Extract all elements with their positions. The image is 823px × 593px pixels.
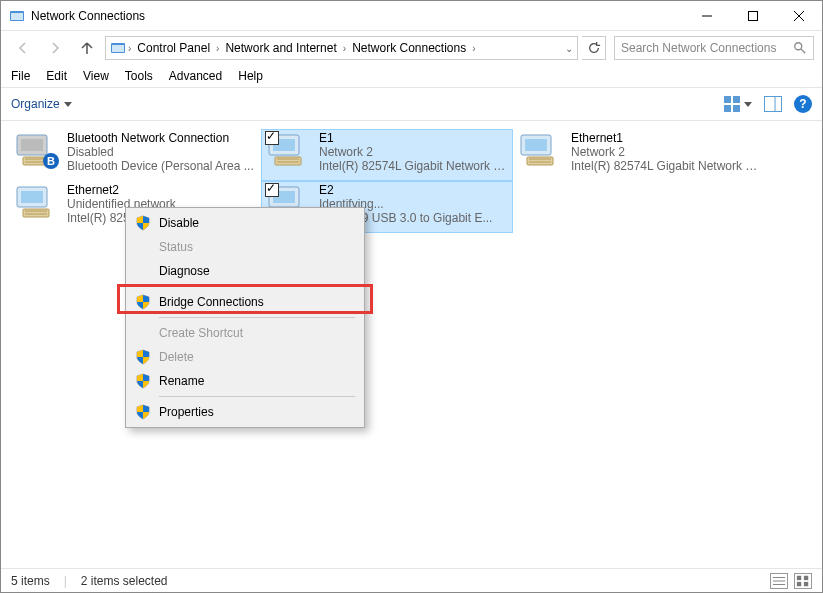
search-placeholder: Search Network Connections [621, 41, 793, 55]
svg-line-9 [801, 49, 805, 53]
shield-icon [135, 294, 151, 310]
address-bar: › Control Panel › Network and Internet ›… [1, 31, 822, 65]
svg-rect-12 [724, 105, 731, 112]
breadcrumb-seg-0[interactable]: Control Panel [133, 41, 214, 55]
shield-icon [135, 215, 151, 231]
status-selected: 2 items selected [81, 574, 168, 588]
status-bar: 5 items | 2 items selected [1, 568, 822, 592]
chevron-right-icon: › [343, 43, 346, 54]
menu-separator [159, 317, 355, 318]
svg-rect-10 [724, 96, 731, 103]
chevron-right-icon: › [128, 43, 131, 54]
svg-rect-34 [21, 191, 43, 203]
status-count: 5 items [11, 574, 50, 588]
checkbox-icon [265, 183, 279, 197]
menu-separator [159, 396, 355, 397]
search-input[interactable]: Search Network Connections [614, 36, 814, 60]
shield-icon [135, 349, 151, 365]
minimize-button[interactable] [684, 1, 730, 31]
up-button[interactable] [73, 34, 101, 62]
connection-status: Disabled [67, 145, 257, 159]
context-menu-item[interactable]: Bridge Connections [129, 290, 361, 314]
context-menu-item[interactable]: Disable [129, 211, 361, 235]
menu-file[interactable]: File [11, 69, 30, 83]
context-menu-item[interactable]: Rename [129, 369, 361, 393]
connection-name: Bluetooth Network Connection [67, 131, 257, 145]
context-menu-item[interactable]: Properties [129, 400, 361, 424]
adapter-icon [13, 183, 61, 223]
close-button[interactable] [776, 1, 822, 31]
help-icon[interactable]: ? [794, 95, 812, 113]
menu-tools[interactable]: Tools [125, 69, 153, 83]
context-menu-item[interactable]: Diagnose [129, 259, 361, 283]
chevron-right-icon: › [216, 43, 219, 54]
menubar: File Edit View Tools Advanced Help [1, 65, 822, 87]
chevron-right-icon: › [472, 43, 475, 54]
svg-rect-7 [112, 45, 124, 52]
checkbox-icon [265, 131, 279, 145]
connection-name: Ethernet1 [571, 131, 761, 145]
connection-name: E1 [319, 131, 509, 145]
organize-label: Organize [11, 97, 60, 111]
context-menu: DisableStatusDiagnose Bridge Connections… [125, 207, 365, 428]
svg-point-8 [795, 43, 802, 50]
svg-rect-49 [804, 581, 808, 585]
connection-status: Network 2 [319, 145, 509, 159]
back-button[interactable] [9, 34, 37, 62]
connection-item[interactable]: B Bluetooth Network Connection Disabled … [9, 129, 261, 181]
connection-device: Intel(R) 82574L Gigabit Network C... [319, 159, 509, 173]
svg-rect-1 [11, 13, 23, 20]
window-icon [9, 8, 25, 24]
connection-name: Ethernet2 [67, 183, 257, 197]
context-menu-label: Diagnose [159, 264, 210, 278]
titlebar: Network Connections [1, 1, 822, 31]
menu-view[interactable]: View [83, 69, 109, 83]
context-menu-label: Disable [159, 216, 199, 230]
window-controls [684, 1, 822, 31]
forward-button[interactable] [41, 34, 69, 62]
svg-rect-11 [733, 96, 740, 103]
breadcrumb-seg-2[interactable]: Network Connections [348, 41, 470, 55]
address-dropdown-icon[interactable]: ⌄ [565, 43, 573, 54]
view-mode-button[interactable] [724, 96, 752, 112]
shield-icon [135, 404, 151, 420]
svg-rect-30 [527, 157, 553, 165]
refresh-button[interactable] [582, 36, 606, 60]
menu-help[interactable]: Help [238, 69, 263, 83]
details-view-button[interactable] [770, 573, 788, 589]
connection-item[interactable]: E1 Network 2 Intel(R) 82574L Gigabit Net… [261, 129, 513, 181]
content-area: B Bluetooth Network Connection Disabled … [1, 121, 822, 573]
svg-rect-46 [797, 575, 801, 579]
context-menu-label: Delete [159, 350, 194, 364]
breadcrumb-seg-1[interactable]: Network and Internet [221, 41, 340, 55]
svg-rect-48 [797, 581, 801, 585]
adapter-icon [265, 131, 313, 171]
preview-pane-button[interactable] [764, 96, 782, 112]
svg-rect-29 [525, 139, 547, 151]
menu-edit[interactable]: Edit [46, 69, 67, 83]
svg-rect-14 [765, 97, 782, 112]
breadcrumb[interactable]: › Control Panel › Network and Internet ›… [105, 36, 578, 60]
context-menu-label: Properties [159, 405, 214, 419]
large-icons-view-button[interactable] [794, 573, 812, 589]
menu-advanced[interactable]: Advanced [169, 69, 222, 83]
svg-rect-25 [275, 157, 301, 165]
organize-button[interactable]: Organize [11, 97, 72, 111]
context-menu-item: Create Shortcut [129, 321, 361, 345]
context-menu-item: Delete [129, 345, 361, 369]
connection-name: E2 [319, 183, 509, 197]
context-menu-label: Rename [159, 374, 204, 388]
connection-status: Network 2 [571, 145, 761, 159]
breadcrumb-icon [110, 40, 126, 56]
svg-rect-47 [804, 575, 808, 579]
connection-device: Intel(R) 82574L Gigabit Network C... [571, 159, 761, 173]
connection-item[interactable]: Ethernet1 Network 2 Intel(R) 82574L Giga… [513, 129, 765, 181]
context-menu-item: Status [129, 235, 361, 259]
svg-text:B: B [47, 155, 55, 167]
search-icon [793, 41, 807, 55]
svg-rect-3 [749, 11, 758, 20]
maximize-button[interactable] [730, 1, 776, 31]
context-menu-label: Bridge Connections [159, 295, 264, 309]
command-bar: Organize ? [1, 87, 822, 121]
svg-rect-35 [23, 209, 49, 217]
